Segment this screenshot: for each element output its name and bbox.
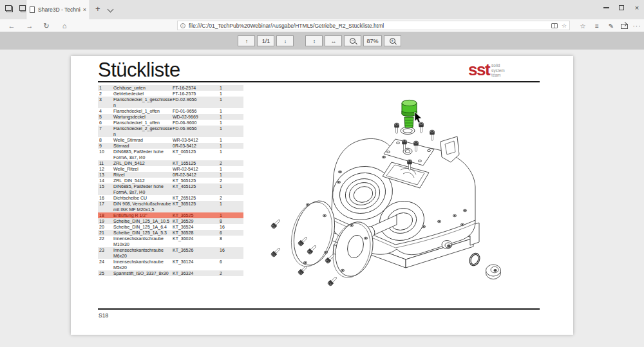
url-input[interactable]: i file:///C:/01_TechPub%20Webinar/Ausgab…: [177, 21, 570, 30]
cell-part: FD-01-9656: [173, 108, 213, 114]
new-tab-button[interactable]: +: [95, 4, 100, 14]
cell-qty: 1: [213, 166, 243, 172]
minimize-button[interactable]: [598, 0, 614, 15]
table-row[interactable]: 12Welle_RitzelWR-02-54121: [98, 166, 243, 172]
cell-no: 13: [98, 172, 113, 178]
cell-qty: 1: [213, 114, 243, 120]
parts-table: 1Gehäuse_untenFT-16-257412Getriebedeckel…: [98, 85, 243, 276]
table-row[interactable]: 20Scheibe_DIN_125_1A_6.4KT_3652416: [98, 224, 243, 230]
cell-part: 0R-02-5412: [173, 172, 213, 178]
zoom-out-button[interactable]: −: [344, 35, 361, 46]
cell-part: 0R-03-5412: [173, 143, 213, 149]
cell-qty: 8: [213, 236, 243, 247]
cell-qty: 1: [213, 120, 243, 126]
cell-no: 12: [98, 166, 113, 172]
page-title: Stückliste: [98, 59, 180, 82]
cell-qty: 1: [213, 97, 243, 108]
cell-no: 21: [98, 230, 113, 236]
fit-height-button[interactable]: ↕: [305, 35, 323, 46]
zoom-in-button[interactable]: +: [384, 35, 401, 46]
cell-part: KT_36524: [173, 224, 213, 230]
cell-no: 17: [98, 201, 113, 212]
browser-tab[interactable]: Share3D - Technical Pub ×: [26, 0, 90, 19]
cell-name: Innensechskantschraube M5x20: [113, 259, 173, 270]
cell-qty: 1: [213, 183, 243, 195]
add-favorite-star-icon[interactable]: ☆: [562, 23, 567, 29]
cell-qty: 1: [213, 212, 243, 218]
table-row[interactable]: 9Stirnrad0R-03-54121: [98, 143, 243, 149]
cell-qty: 2: [213, 270, 243, 276]
table-row[interactable]: 14ZRL_DIN_5412KT_5651252: [98, 178, 243, 183]
cell-name: Scheibe_DIN_125_1A_6.4: [113, 224, 173, 230]
share-icon[interactable]: [619, 21, 629, 30]
table-row[interactable]: 1Gehäuse_untenFT-16-25741: [98, 85, 243, 91]
table-row[interactable]: 10DIN6885, Paßfeder hohe FormA, 8x7, l40…: [98, 149, 243, 160]
cell-part: KT_565125: [173, 178, 213, 183]
cell-qty: 1: [213, 108, 243, 114]
table-row[interactable]: 23Innensechskantschraube M6x20KT_3652616: [98, 247, 243, 259]
document-page: Stückliste sst solid system team 1Gehäus…: [71, 56, 573, 335]
sst-logo: sst solid system team: [468, 62, 505, 78]
table-row[interactable]: 24Innensechskantschraube M5x20KT_361246: [98, 259, 243, 270]
cell-name: Spannstift_ISO_3337_8x30: [113, 270, 173, 276]
forward-icon[interactable]: →: [24, 21, 35, 31]
tab-title: Share3D - Technical Pub: [38, 6, 80, 13]
tab-favicon-icon: [30, 6, 35, 13]
table-row[interactable]: 21Scheibe_DIN_125_1A_5.3KT_365286: [98, 230, 243, 236]
table-row[interactable]: 3Flanschdeckel_1_geschlossenFD-02-96561: [98, 97, 243, 108]
tab-chevron-icon[interactable]: [108, 6, 114, 13]
reading-view-icon[interactable]: [551, 23, 558, 28]
more-options-icon[interactable]: ···: [632, 21, 642, 30]
footer-page-number: S18: [99, 312, 108, 319]
web-notes-pen-icon[interactable]: ✎: [606, 21, 616, 30]
table-row[interactable]: 16Dichtscheibe CUKT_2651252: [98, 195, 243, 201]
page-up-button[interactable]: ↑: [238, 35, 255, 46]
home-icon[interactable]: ⌂: [59, 21, 70, 31]
table-row[interactable]: 13Ritzel0R-02-54121: [98, 172, 243, 178]
table-row[interactable]: 15DIN6885, Paßfeder hohe FormA, 8x7, l40…: [98, 183, 243, 195]
gearbox-drawing[interactable]: [258, 90, 528, 296]
cell-part: KT_36529: [173, 218, 213, 224]
table-row[interactable]: 4Flanschdeckel_1_offenFD-01-96561: [98, 108, 243, 114]
table-row[interactable]: 5WartungsdeckelWD-02-96691: [98, 114, 243, 120]
header-rule: [98, 81, 540, 82]
tabs-set-aside-icon[interactable]: [5, 5, 15, 14]
cell-qty: 2: [213, 160, 243, 166]
tab-close-icon[interactable]: ×: [83, 6, 86, 13]
cell-no: 9: [98, 143, 113, 149]
table-row[interactable]: 11ZRL_DIN_5412KT_1651252: [98, 160, 243, 166]
hub-icon[interactable]: ≡: [592, 21, 602, 30]
table-row[interactable]: 19Scheibe_DIN_125_1A_10.5KT_365298: [98, 218, 243, 224]
table-row[interactable]: 6Flanschdeckel_1_offenFD-06-96001: [98, 120, 243, 126]
mouse-cursor: [415, 112, 422, 123]
page-down-button[interactable]: ↓: [276, 35, 294, 46]
table-row[interactable]: 8Welle_StirnradWR-03-54121: [98, 137, 243, 143]
vent-part-highlight[interactable]: [402, 100, 417, 127]
cell-part: KT_365125: [173, 201, 213, 212]
cell-no: 2: [98, 91, 113, 97]
cell-part: KT_36525: [173, 212, 213, 218]
table-row[interactable]: 18Entlüftung R 1/2"KT_365251: [98, 212, 243, 218]
cell-no: 14: [98, 178, 113, 183]
viewer-toolbar: ↑ 1/1 ↓ ↕ ↔ − 87% +: [0, 32, 644, 50]
fit-width-button[interactable]: ↔: [325, 35, 342, 46]
maximize-button[interactable]: [613, 0, 630, 15]
close-button[interactable]: ×: [629, 0, 644, 15]
table-row[interactable]: 25Spannstift_ISO_3337_8x30KT_363242: [98, 270, 243, 276]
cell-qty: 6: [213, 259, 243, 270]
cell-name: Scheibe_DIN_125_1A_5.3: [113, 230, 173, 236]
table-row[interactable]: 7Flanschdeckel_2_geschlossenFD-06-96561: [98, 126, 243, 137]
cell-name: Wartungsdeckel: [113, 114, 173, 120]
table-row[interactable]: 17DIN 908, Verschlußschraube mit ISK MF …: [98, 201, 243, 212]
cell-no: 23: [98, 247, 113, 259]
table-row[interactable]: 22Innensechskantschraube M10x30KT_360248: [98, 236, 243, 247]
close-icon: ×: [635, 5, 639, 12]
cell-no: 10: [98, 149, 113, 160]
favorites-icon[interactable]: ☆: [578, 21, 588, 30]
page-info-icon[interactable]: i: [180, 23, 185, 28]
cell-qty: 1: [213, 201, 243, 212]
back-icon[interactable]: ←: [6, 21, 17, 31]
table-row[interactable]: 2GetriebedeckelFT-16-25751: [98, 91, 243, 97]
cell-no: 5: [98, 114, 113, 120]
refresh-icon[interactable]: ↻: [41, 21, 52, 31]
